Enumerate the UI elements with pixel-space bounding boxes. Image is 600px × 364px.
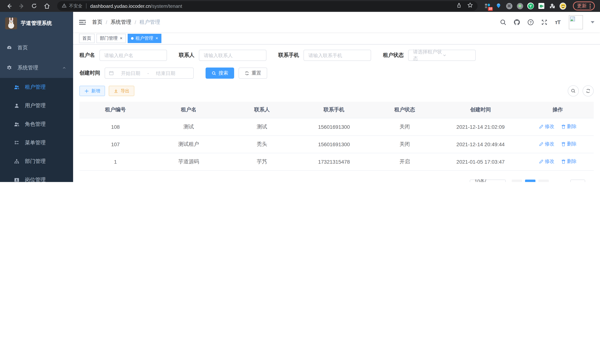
breadcrumb-home[interactable]: 首页 xyxy=(92,19,103,25)
tags-view: 首页 部门管理× 租户管理× xyxy=(73,32,600,45)
sidebar-item-dept[interactable]: 部门管理 xyxy=(0,152,73,171)
header-search-icon[interactable] xyxy=(500,19,507,25)
security-status[interactable]: 不安全 xyxy=(62,3,82,9)
breadcrumb-section[interactable]: 系统管理 xyxy=(111,19,131,25)
col-actions: 操作 xyxy=(522,102,594,118)
help-icon[interactable]: ? xyxy=(527,19,534,25)
sidebar-item-tenant[interactable]: 租户管理 xyxy=(0,78,73,96)
extension-meet-icon[interactable] xyxy=(538,3,545,9)
browser-menu-icon[interactable] xyxy=(590,3,591,8)
avatar-caret-icon[interactable] xyxy=(591,21,594,25)
extensions-puzzle-icon[interactable] xyxy=(549,3,555,9)
pagination: 共 3 条 10条/页 1 前往 页 xyxy=(79,179,594,182)
extension-record-icon[interactable] xyxy=(516,3,523,9)
close-icon[interactable]: × xyxy=(155,36,158,41)
tenant-table: 租户编号 租户名 联系人 联系手机 租户状态 创建时间 操作 108 测试 xyxy=(79,102,594,170)
forward-icon[interactable] xyxy=(16,1,27,11)
status-select[interactable]: 请选择租户状态 xyxy=(408,50,476,61)
badge-icon xyxy=(14,177,20,182)
contact-input[interactable] xyxy=(199,50,266,61)
sidebar-item-role[interactable]: 角色管理 xyxy=(0,115,73,134)
browser-toolbar: 不安全 dashboard.yudao.iocoder.cn/system/te… xyxy=(0,0,600,12)
tab-tenant[interactable]: 租户管理× xyxy=(128,34,161,43)
org-tree-icon xyxy=(14,159,20,164)
prev-page-button[interactable] xyxy=(512,179,522,182)
fullscreen-icon[interactable] xyxy=(541,19,548,25)
github-icon[interactable] xyxy=(514,19,520,25)
table-row[interactable]: 1 芋道源码 芋艿 17321315478 开启 2021-01-05 17:0… xyxy=(79,153,594,170)
add-button[interactable]: 新增 xyxy=(79,86,105,96)
user-icon xyxy=(14,103,20,109)
edit-button[interactable]: 修改 xyxy=(539,158,554,165)
gear-icon xyxy=(6,65,12,71)
app-title: 芋道管理系统 xyxy=(21,20,52,27)
sidebar-item-system[interactable]: 系统管理 xyxy=(0,58,73,78)
chevron-down-icon xyxy=(442,53,472,57)
home-icon[interactable] xyxy=(42,1,52,11)
extension-command-icon[interactable]: ⌘ xyxy=(506,3,512,9)
svg-text:?: ? xyxy=(530,20,532,24)
breadcrumb: 首页 / 系统管理 / 租户管理 xyxy=(92,19,160,25)
tab-home[interactable]: 首页 xyxy=(79,34,95,43)
calendar-icon xyxy=(109,71,114,76)
tenant-name-label: 租户名 xyxy=(79,52,95,59)
search-button[interactable]: 搜索 xyxy=(206,67,234,79)
goto-page-input[interactable] xyxy=(570,179,585,182)
reset-button[interactable]: 重置 xyxy=(239,67,267,79)
status-text: 关闭 xyxy=(370,135,439,153)
sidebar-item-user[interactable]: 用户管理 xyxy=(0,96,73,115)
col-phone: 联系手机 xyxy=(298,102,370,118)
table-row[interactable]: 108 测试 测试 15601691300 关闭 2021-12-14 21:0… xyxy=(79,118,594,135)
app-logo[interactable]: 芋道管理系统 xyxy=(0,12,73,35)
sidebar: 芋道管理系统 首页 系统管理 租户管理 xyxy=(0,12,73,182)
mobile-label: 联系手机 xyxy=(278,52,299,59)
peoples-icon xyxy=(14,84,20,90)
end-date-input[interactable] xyxy=(151,70,180,76)
extension-y-icon[interactable]: Y xyxy=(527,3,534,9)
url-text: dashboard.yudao.iocoder.cn/system/tenant xyxy=(90,3,182,9)
breadcrumb-current: 租户管理 xyxy=(140,19,160,25)
page-size-select[interactable]: 10条/页 xyxy=(470,179,506,182)
toggle-search-button[interactable] xyxy=(568,85,579,96)
sidebar-item-post[interactable]: 岗位管理 xyxy=(0,171,73,182)
browser-update-button[interactable]: 更新 xyxy=(573,1,595,10)
sidebar-toggle-icon[interactable] xyxy=(79,18,86,26)
extension-badge: 10 xyxy=(488,7,493,11)
address-bar[interactable]: 不安全 dashboard.yudao.iocoder.cn/system/te… xyxy=(57,1,478,11)
tenant-name-input[interactable] xyxy=(99,50,167,61)
export-button[interactable]: 导出 xyxy=(109,86,134,96)
share-icon[interactable] xyxy=(456,2,462,10)
extension-balloon-icon[interactable] xyxy=(495,3,502,9)
table-row[interactable]: 107 测试租户 秃头 15601691300 关闭 2021-12-14 20… xyxy=(79,135,594,153)
next-page-button[interactable] xyxy=(538,179,549,182)
sidebar-item-menu[interactable]: 菜单管理 xyxy=(0,134,73,152)
mobile-input[interactable] xyxy=(303,50,371,61)
reload-icon[interactable] xyxy=(29,1,39,11)
delete-button[interactable]: 删除 xyxy=(561,123,577,130)
delete-button[interactable]: 删除 xyxy=(561,141,577,148)
tab-dept[interactable]: 部门管理× xyxy=(96,34,126,43)
refresh-button[interactable] xyxy=(582,85,594,96)
sidebar-item-home[interactable]: 首页 xyxy=(0,38,73,58)
create-time-range-picker[interactable]: - xyxy=(105,67,194,79)
close-icon[interactable]: × xyxy=(120,36,122,41)
back-icon[interactable] xyxy=(4,1,14,11)
col-tenant-name: 租户名 xyxy=(151,102,226,118)
user-avatar[interactable] xyxy=(569,15,583,29)
navbar: 首页 / 系统管理 / 租户管理 ? тT xyxy=(73,12,600,32)
edit-button[interactable]: 修改 xyxy=(539,123,554,130)
edit-button[interactable]: 修改 xyxy=(539,141,554,148)
page-number-button[interactable]: 1 xyxy=(525,179,535,182)
extension-grid-icon[interactable]: 10 xyxy=(484,3,491,9)
profile-avatar-icon[interactable] xyxy=(560,3,566,9)
start-date-input[interactable] xyxy=(116,70,145,76)
tree-table-icon xyxy=(14,140,20,146)
divider xyxy=(86,3,86,9)
goto-label: 前往 xyxy=(557,181,567,182)
bookmark-star-icon[interactable] xyxy=(467,2,473,10)
extensions-row: 10 ⌘ Y xyxy=(484,3,566,9)
font-size-icon[interactable]: тT xyxy=(555,19,560,25)
col-contact: 联系人 xyxy=(226,102,298,118)
peoples-icon xyxy=(14,121,20,127)
delete-button[interactable]: 删除 xyxy=(561,158,577,165)
